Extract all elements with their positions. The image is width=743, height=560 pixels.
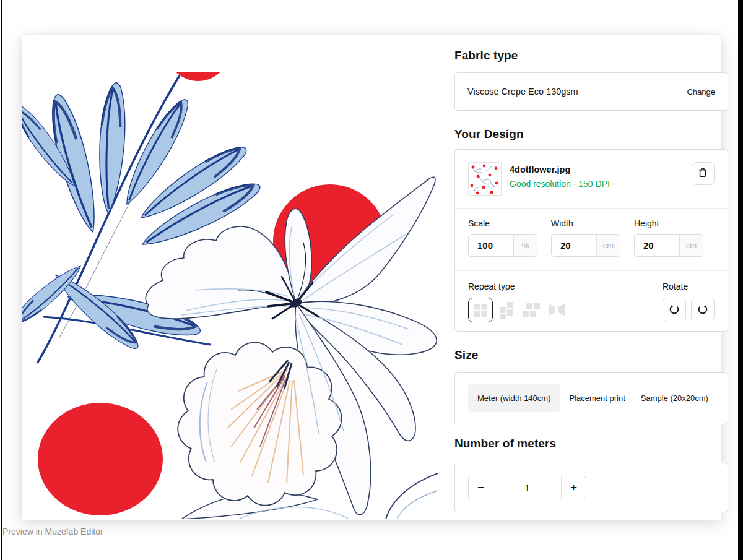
scale-label: Scale [468,218,537,228]
editor-card: Fabric type Viscose Crepe Eco 130gsm Cha… [22,35,721,520]
fabric-name: Viscose Crepe Eco 130gsm [467,87,578,97]
meters-stepper: − 1 + [468,476,715,499]
footer-note: Preview in Muzefab Editor [2,527,103,536]
design-file-meta: 4dotflower.jpg Good resolution - 150 DPI [510,162,692,189]
meters-value[interactable]: 1 [493,476,562,499]
repeat-type-group: Repeat type [468,282,566,322]
screen-edge-left [1,0,2,560]
repeat-type-basic[interactable] [468,298,493,322]
rotate-cw-button[interactable] [691,298,715,321]
size-tabs: Meter (width 140cm) Placement print Samp… [468,384,715,412]
repeat-type-mirror[interactable] [547,301,566,319]
size-tab-placement-print[interactable]: Placement print [563,384,631,412]
design-thumbnail [468,162,502,196]
change-fabric-button[interactable]: Change [687,87,715,97]
rotate-ccw-icon [667,302,681,317]
height-unit: cm [679,235,703,256]
size-heading: Size [454,348,728,363]
scale-field: Scale % [468,218,537,257]
design-file-row: 4dotflower.jpg Good resolution - 150 DPI [455,150,728,208]
rotate-group: Rotate [663,282,715,322]
repeat-type-label: Repeat type [468,282,566,291]
scale-unit: % [513,235,537,256]
design-file-name: 4dotflower.jpg [510,165,692,174]
repeat-basic-icon [474,303,488,317]
repeat-type-half-brick[interactable] [521,301,542,319]
width-input[interactable] [552,235,596,256]
repeat-half-drop-icon [498,301,516,319]
design-preview-image [22,72,438,520]
scale-input[interactable] [469,235,513,256]
rotate-label: Rotate [663,282,715,291]
width-field: Width cm [551,218,620,257]
design-box: 4dotflower.jpg Good resolution - 150 DPI [454,149,728,332]
meters-box: − 1 + [454,463,728,512]
fabric-type-heading: Fabric type [454,48,728,63]
your-design-heading: Your Design [454,127,728,142]
height-label: Height [634,218,703,228]
screen-edge-right [738,0,743,560]
preview-header-strip [22,35,438,72]
repeat-type-half-drop[interactable] [498,301,516,319]
repeat-half-brick-icon [521,301,542,319]
height-input[interactable] [635,235,679,256]
dimension-fields: Scale % Width cm Height [455,208,728,270]
width-label: Width [551,218,620,228]
delete-design-button[interactable] [692,162,715,185]
rotate-ccw-button[interactable] [663,298,686,321]
design-resolution-status: Good resolution - 150 DPI [510,179,692,189]
width-unit: cm [596,235,620,256]
increase-meters-button[interactable]: + [561,476,586,499]
size-tab-meter[interactable]: Meter (width 140cm) [468,384,560,412]
repeat-rotate-row: Repeat type [455,270,728,331]
number-of-meters-heading: Number of meters [454,436,728,451]
design-preview-pane [22,35,438,520]
size-box: Meter (width 140cm) Placement print Samp… [454,372,728,424]
fabric-type-box: Viscose Crepe Eco 130gsm Change [454,72,728,111]
decrease-meters-button[interactable]: − [468,476,493,499]
repeat-mirror-icon [547,301,566,319]
rotate-cw-icon [696,302,710,317]
height-field: Height cm [634,218,703,257]
settings-panel: Fabric type Viscose Crepe Eco 130gsm Cha… [438,35,736,520]
trash-icon [697,166,709,181]
size-tab-sample[interactable]: Sample (20x20cm) [635,384,715,412]
